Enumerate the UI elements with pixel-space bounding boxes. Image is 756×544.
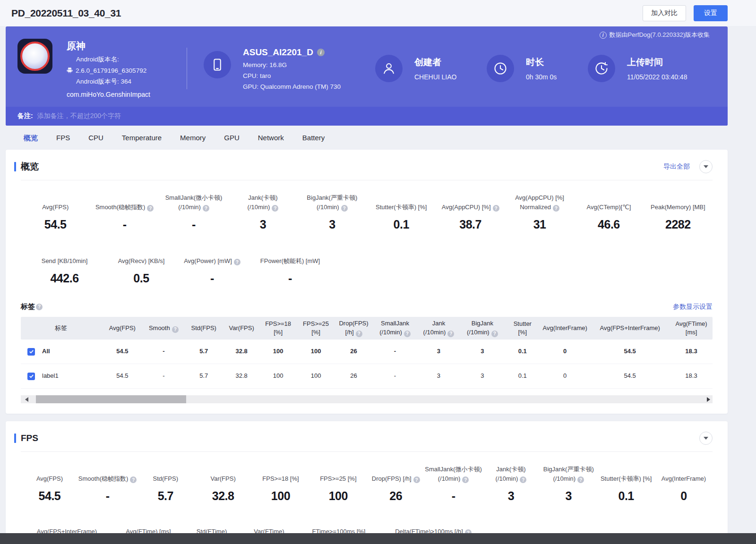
- section-accent-bar: [14, 434, 16, 443]
- metric-label: Avg(Recv) [KB/s]?: [108, 246, 174, 265]
- device-cpu: CPU: taro: [243, 72, 341, 79]
- params-settings-link[interactable]: 参数显示设置: [673, 303, 713, 311]
- metric: Var(FPS)? ? 32.8: [194, 464, 252, 503]
- help-icon[interactable]: ?: [447, 331, 454, 337]
- scroll-left-arrow-icon[interactable]: [25, 397, 28, 402]
- collapse-button[interactable]: [699, 432, 713, 445]
- row-cell: 100: [297, 347, 335, 356]
- app-icon: [17, 39, 52, 74]
- device-info-icon[interactable]: i: [317, 49, 325, 56]
- help-icon[interactable]: ?: [493, 205, 499, 212]
- device-block: ASUS_AI2201_D i Memory: 16.8G CPU: taro …: [204, 47, 362, 90]
- overview-title: 概览: [21, 161, 39, 173]
- help-icon[interactable]: ?: [577, 476, 584, 483]
- metric-label: FPS>=25 [%]? ?: [309, 464, 367, 483]
- row-cell: 54.5: [590, 347, 670, 356]
- metric-value: 54.5: [21, 489, 78, 503]
- export-all-link[interactable]: 导出全部: [663, 162, 690, 171]
- tab[interactable]: FPS: [56, 134, 70, 143]
- h-scrollbar: [21, 395, 713, 403]
- app-version-code: Android版本号: 364: [67, 77, 150, 86]
- metric-value: -: [78, 489, 137, 503]
- header-cell: FPS>=18? [%]?: [259, 320, 297, 337]
- help-icon[interactable]: ?: [203, 205, 209, 212]
- fps-metrics-row1: Avg(FPS)? ? 54.5 Smooth(稳帧指数)? ? - Std: [21, 464, 713, 503]
- row-cell: -: [144, 372, 184, 380]
- help-icon[interactable]: ?: [172, 326, 179, 333]
- help-icon[interactable]: ?: [130, 476, 137, 483]
- topbar-actions: 加入对比 设置: [643, 5, 728, 21]
- note-label: 备注:: [17, 112, 33, 120]
- metric-label: Smooth(稳帧指数)? ?: [90, 193, 159, 212]
- tab[interactable]: Temperature: [122, 134, 162, 143]
- metric-value: 26: [367, 489, 425, 503]
- overview-metrics-row2: Send [KB/10min]? 442.6 Avg(Recv) [KB/s]?…: [21, 246, 713, 285]
- help-icon[interactable]: ?: [491, 331, 498, 337]
- metric-value: 0.1: [597, 489, 655, 503]
- help-icon[interactable]: ?: [36, 304, 43, 310]
- metric: Jank(卡顿)? (/10min)? 3: [482, 464, 540, 503]
- help-icon[interactable]: ?: [356, 331, 362, 337]
- add-compare-button[interactable]: 加入对比: [643, 5, 686, 21]
- tab[interactable]: Network: [258, 134, 284, 143]
- row-cell: -: [372, 372, 417, 380]
- row-cell: 3: [460, 347, 505, 356]
- help-icon[interactable]: ?: [553, 205, 559, 212]
- row-cell: 0.1: [505, 372, 540, 380]
- tab[interactable]: Memory: [180, 134, 206, 143]
- metric-value: 0.5: [108, 272, 174, 285]
- metric-label: Std(FPS)? ?: [137, 464, 194, 483]
- help-icon[interactable]: ?: [341, 205, 348, 212]
- duration-value: 0h 30m 0s: [526, 73, 557, 81]
- metric-value: 38.7: [436, 218, 505, 231]
- metric-value: 100: [309, 489, 367, 503]
- app-block: 原神 Android版本名: 2.6.0_6179196_6305792 And…: [17, 39, 169, 98]
- scroll-track[interactable]: [31, 395, 704, 403]
- metric: Avg(FPS)? ? 54.5: [21, 193, 90, 231]
- metric: Send [KB/10min]? 442.6: [21, 246, 108, 285]
- metric-label: Drop(FPS) [/h]? ?: [367, 464, 425, 483]
- metric-value: 31: [505, 218, 574, 231]
- tab[interactable]: Battery: [302, 134, 325, 143]
- metric-value: 2282: [644, 218, 713, 231]
- labels-table: All 54.5 - 5.7 32.8 100 100 26 - 3 3 0.1…: [21, 340, 713, 389]
- upload-value: 11/05/2022 03:40:48: [627, 73, 687, 81]
- topbar: PD_20220511_03_40_31 加入对比 设置: [0, 0, 756, 26]
- collapse-button[interactable]: [699, 160, 713, 173]
- row-checkbox[interactable]: [27, 348, 35, 356]
- app-avatar-image: [20, 42, 50, 71]
- divider: [21, 180, 713, 180]
- settings-button[interactable]: 设置: [694, 5, 728, 21]
- help-icon[interactable]: ?: [234, 259, 241, 265]
- tab[interactable]: 概览: [24, 134, 38, 143]
- tab[interactable]: CPU: [88, 134, 103, 143]
- help-icon[interactable]: ?: [520, 476, 526, 483]
- metric-label: Peak(Memory) [MB]? ?: [644, 193, 713, 212]
- help-icon[interactable]: ?: [404, 331, 411, 337]
- metric: FPS>=18 [%]? ? 100: [252, 464, 309, 503]
- header-cell: Drop(FPS)? [/h]?: [335, 319, 373, 337]
- help-icon[interactable]: ?: [272, 205, 278, 212]
- help-icon[interactable]: ?: [147, 205, 154, 212]
- metric-value: 3: [228, 218, 297, 231]
- metric: Jank(卡顿)? (/10min)? 3: [228, 193, 297, 231]
- row-checkbox[interactable]: [27, 373, 35, 380]
- row-cell: 26: [335, 372, 373, 380]
- tab[interactable]: GPU: [224, 134, 240, 143]
- scroll-right-arrow-icon[interactable]: [707, 397, 710, 402]
- help-icon[interactable]: ?: [413, 476, 420, 483]
- chevron-down-icon: [704, 165, 708, 168]
- row-cell: 100: [259, 347, 297, 356]
- row-cell: 3: [417, 347, 460, 356]
- metric: Avg(Power) [mW]? -: [174, 246, 250, 285]
- metric-label: Jank(卡顿)? (/10min)?: [228, 193, 297, 212]
- metric: Drop(FPS) [/h]? ? 26: [367, 464, 425, 503]
- labels-title: 标签: [21, 302, 35, 311]
- help-icon[interactable]: ?: [462, 476, 469, 483]
- note-input[interactable]: 添加备注，不超过200个字符: [37, 112, 121, 120]
- metric-value: 3: [298, 218, 367, 231]
- app-version-name-label: Android版本名:: [67, 55, 150, 64]
- check-icon: [29, 374, 34, 379]
- scroll-thumb[interactable]: [36, 395, 186, 403]
- metric: Std(FPS)? ? 5.7: [137, 464, 194, 503]
